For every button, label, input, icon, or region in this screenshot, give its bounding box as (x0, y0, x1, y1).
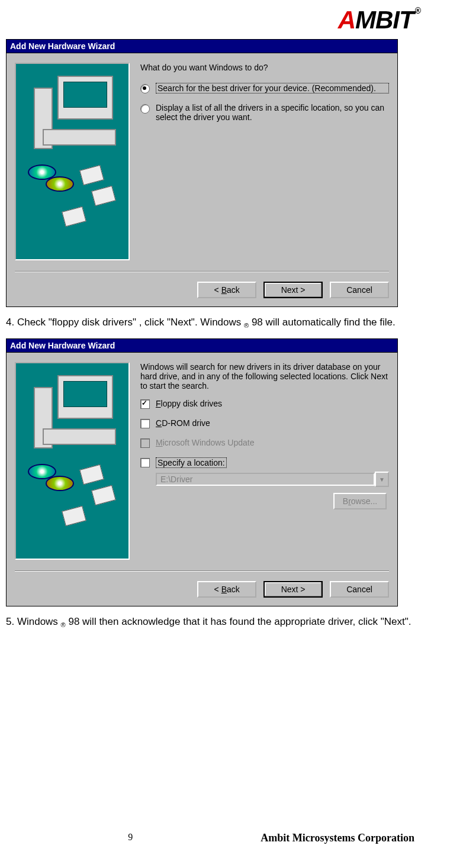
dropdown-button: ▼ (375, 472, 389, 487)
next-button[interactable]: Next > (263, 581, 323, 598)
radio-icon[interactable] (140, 104, 150, 114)
check-label: Specify a location: (156, 457, 227, 468)
checkbox-floppy[interactable]: Floppy disk drives (140, 399, 389, 409)
floppy-icon (62, 506, 86, 526)
button-row: < Back Next > Cancel (7, 575, 397, 606)
wizard-graphic-panel (15, 362, 130, 560)
disc-icon (46, 176, 74, 192)
floppy-icon (79, 464, 104, 485)
document-page: AMBIT® Add New Hardware Wizard What do y… (0, 0, 450, 856)
floppy-icon (91, 186, 116, 206)
cancel-button[interactable]: Cancel (330, 282, 389, 298)
step5-part-a: 5. Windows (6, 616, 61, 627)
footer-corp: Ambit Microsystems Corporation (261, 832, 414, 844)
logo-reg: ® (415, 6, 420, 15)
titlebar: Add New Hardware Wizard (7, 40, 397, 53)
reg-mark: ® (244, 322, 249, 329)
wizard-content: What do you want Windows to do? Search f… (140, 63, 389, 260)
separator (15, 570, 389, 572)
checkbox-icon[interactable] (140, 458, 150, 467)
step-5-text: 5. Windows ® 98 will then acknowledge th… (6, 616, 444, 628)
back-button[interactable]: < Back (197, 282, 256, 298)
radio-icon[interactable] (140, 84, 150, 93)
checkbox-icon[interactable] (140, 399, 150, 409)
prompt-text: What do you want Windows to do? (140, 63, 389, 72)
wizard-graphic-panel (15, 63, 130, 260)
reg-mark: ® (61, 622, 66, 629)
disc-icon (46, 476, 74, 491)
check-label: Microsoft Windows Update (156, 438, 255, 447)
check-label: Floppy disk drives (156, 399, 222, 408)
logo-rest: MBIT (355, 6, 414, 34)
checkbox-icon (140, 438, 150, 448)
radio-label: Display a list of all the drivers in a s… (156, 103, 389, 122)
radio-option-search[interactable]: Search for the best driver for your devi… (140, 83, 389, 93)
checkbox-icon[interactable] (140, 419, 150, 428)
step4-part-b: 98 will automatically find the file. (249, 317, 396, 328)
radio-option-list[interactable]: Display a list of all the drivers in a s… (140, 103, 389, 122)
page-footer: 9 Ambit Microsystems Corporation (0, 832, 450, 844)
check-label: CD-ROM drive (156, 418, 210, 428)
floppy-icon (62, 206, 86, 227)
next-button[interactable]: Next > (263, 282, 323, 298)
cancel-button[interactable]: Cancel (330, 581, 389, 598)
wizard-content: Windows will search for new drivers in i… (140, 362, 389, 560)
checkbox-cdrom[interactable]: CD-ROM drive (140, 418, 389, 428)
base-icon (43, 428, 116, 445)
wizard-body: Windows will search for new drivers in i… (7, 353, 397, 567)
location-path-row: ▼ (156, 472, 389, 487)
wizard-body: What do you want Windows to do? Search f… (7, 53, 397, 267)
monitor-icon (57, 76, 113, 120)
titlebar: Add New Hardware Wizard (7, 339, 397, 353)
back-button[interactable]: < Back (197, 581, 256, 598)
radio-label: Search for the best driver for your devi… (156, 83, 389, 93)
floppy-icon (91, 485, 116, 505)
separator (15, 271, 389, 272)
location-input (156, 473, 375, 486)
logo-wrap: AMBIT® (6, 6, 444, 34)
wizard-dialog-1: Add New Hardware Wizard What do you want… (6, 39, 398, 307)
ambit-logo: AMBIT® (338, 6, 420, 34)
base-icon (43, 129, 116, 146)
intro-text: Windows will search for new drivers in i… (140, 362, 389, 391)
checkbox-specify[interactable]: Specify a location: (140, 457, 389, 468)
wizard-dialog-2: Add New Hardware Wizard Windows will sea… (6, 338, 398, 606)
logo-a: A (338, 6, 355, 34)
checkbox-msupdate: Microsoft Windows Update (140, 438, 389, 448)
page-number: 9 (0, 832, 261, 844)
step-4-text: 4. Check "floppy disk drivers" , click "… (6, 317, 444, 329)
button-row: < Back Next > Cancel (7, 276, 397, 306)
step4-part-a: 4. Check "floppy disk drivers" , click "… (6, 317, 244, 328)
monitor-icon (57, 375, 113, 419)
browse-button: Browse... (333, 493, 387, 509)
step5-part-b: 98 will then acknowledge that it has fou… (66, 616, 412, 627)
browse-row: Browse... (140, 493, 387, 509)
floppy-icon (79, 165, 104, 185)
